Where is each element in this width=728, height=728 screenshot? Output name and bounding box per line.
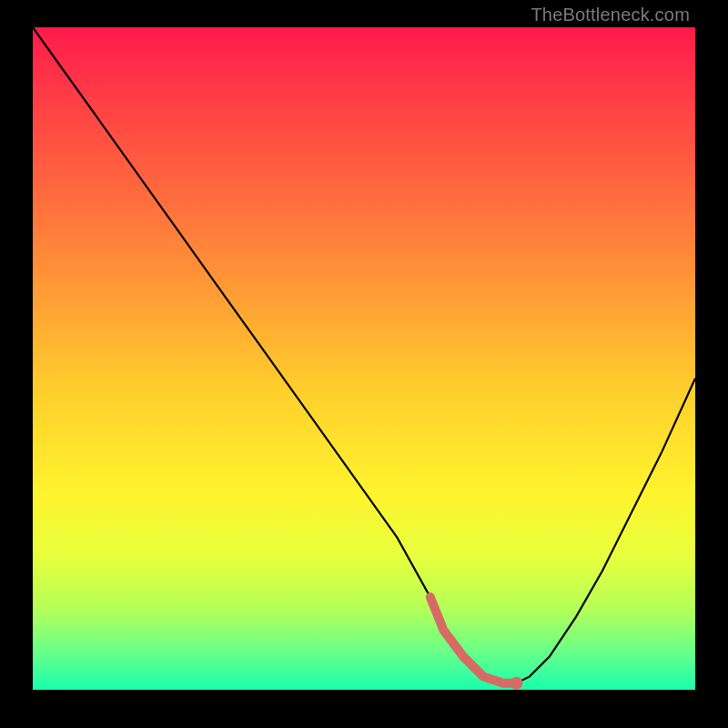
highlight-segment <box>430 597 517 683</box>
highlight-dot <box>510 677 522 690</box>
chart-svg <box>33 27 695 690</box>
bottleneck-curve <box>33 27 695 683</box>
plot-area <box>33 27 695 690</box>
watermark-label: TheBottleneck.com <box>531 5 690 24</box>
